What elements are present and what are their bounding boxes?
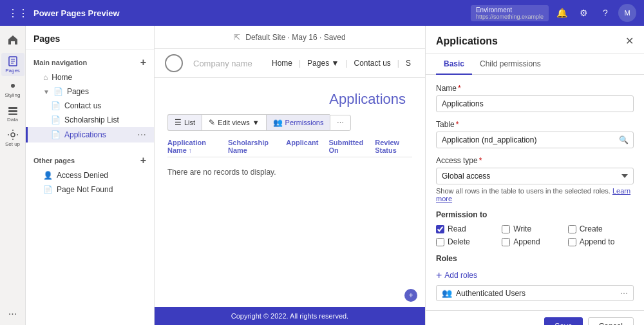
applications-nav-icon: 📄 (51, 130, 61, 139)
panel-body: Name* Table* 🔍 Access type* (426, 75, 644, 310)
other-pages-section: Other pages + 👤 Access Denied 📄 Page Not… (26, 148, 154, 202)
more-icon[interactable]: ··· (8, 308, 17, 320)
name-input[interactable] (436, 95, 634, 112)
other-pages-header: Other pages + (26, 153, 154, 168)
permission-write[interactable]: Write (502, 224, 567, 233)
permission-read[interactable]: Read (436, 224, 502, 233)
add-other-page-button[interactable]: + (140, 155, 146, 166)
content-area: ⇱ Default Site · May 16 · Saved Company … (155, 26, 425, 325)
site-nav-home[interactable]: Home (268, 57, 296, 69)
applications-more-button[interactable]: ⋯ (137, 130, 146, 140)
permission-append-to[interactable]: Append to (568, 237, 634, 246)
edit-views-label: Edit views (218, 119, 250, 126)
permissions-button[interactable]: 👥 Permissions (266, 114, 330, 131)
nav-item-applications[interactable]: 📄 Applications ⋯ (26, 127, 154, 143)
role-icon: 👥 (442, 288, 452, 298)
edit-views-icon: ✎ (209, 118, 215, 127)
main-nav-header: Main navigation + (26, 55, 154, 70)
tab-basic[interactable]: Basic (436, 54, 472, 75)
learn-more-link[interactable]: Learn more (436, 187, 630, 202)
site-nav-s[interactable]: S (402, 57, 415, 69)
role-label: Authenticated Users (456, 289, 526, 298)
site-nav-pages[interactable]: Pages ▼ (303, 57, 343, 69)
home-nav-icon: ⌂ (43, 73, 48, 82)
styling-icon-label: Styling (5, 92, 20, 98)
nav-item-home-label: Home (52, 73, 72, 82)
site-page-title: Applications (155, 78, 425, 114)
nav-item-contact[interactable]: 📄 Contact us (26, 99, 154, 113)
panel-header: Applications ✕ (426, 26, 644, 54)
site-nav-links: Home | Pages ▼ | Contact us | S (268, 57, 415, 69)
settings-icon[interactable]: ⚙ (574, 4, 592, 22)
grid-icon[interactable]: ⋮⋮ (8, 7, 28, 19)
roles-label: Roles (436, 254, 634, 263)
access-type-required: * (479, 156, 482, 165)
setup-icon-label: Set up (5, 141, 20, 147)
panel-close-button[interactable]: ✕ (625, 35, 634, 47)
icon-bar-pages[interactable]: Pages (1, 53, 24, 76)
nav-item-pages[interactable]: ▼ 📄 Pages (26, 84, 154, 99)
tab-child-permissions[interactable]: Child permissions (472, 54, 549, 75)
nav-item-contact-label: Contact us (64, 101, 101, 110)
app-title: Power Pages Preview (33, 8, 466, 18)
nav-item-home[interactable]: ⌂ Home (26, 70, 154, 84)
access-type-label: Access type* (436, 156, 634, 165)
permission-to-label: Permission to (436, 210, 634, 219)
cancel-button[interactable]: Cancel (588, 317, 634, 325)
read-checkbox[interactable] (436, 225, 444, 233)
write-checkbox[interactable] (502, 225, 510, 233)
sep1: | (299, 59, 301, 68)
table-required: * (456, 120, 459, 129)
col-submitted-on[interactable]: Submitted On (328, 139, 365, 154)
edit-views-button[interactable]: ✎ Edit views ▼ (202, 114, 265, 131)
permission-delete[interactable]: Delete (436, 237, 502, 246)
nav-item-scholarship-label: Scholarship List (64, 115, 119, 124)
more-toolbar-button[interactable]: ⋯ (330, 115, 351, 131)
no-records-text: There are no records to display. (167, 162, 412, 182)
site-footer: Copyright © 2022. All rights reserved. (155, 307, 425, 325)
permission-append[interactable]: Append (502, 237, 567, 246)
col-application-name[interactable]: Application Name (167, 139, 218, 154)
col-scholarship-name[interactable]: Scholarship Name (228, 139, 276, 154)
help-icon[interactable]: ? (596, 4, 614, 22)
resize-icon: ⇱ (234, 33, 240, 42)
svg-rect-5 (8, 107, 17, 109)
list-label: List (184, 119, 195, 126)
icon-bar-data[interactable]: Data (1, 102, 24, 125)
permission-create[interactable]: Create (568, 224, 634, 233)
delete-checkbox[interactable] (436, 238, 444, 246)
icon-bar-styling[interactable]: Styling (1, 77, 24, 101)
col-review-status[interactable]: Review Status (375, 139, 412, 154)
col-applicant[interactable]: Applicant (286, 139, 318, 154)
append-to-checkbox[interactable] (568, 238, 576, 246)
bell-icon[interactable]: 🔔 (553, 4, 571, 22)
list-button[interactable]: ☰ List (167, 114, 202, 131)
site-nav-contact[interactable]: Contact us (350, 57, 394, 69)
icon-bar-setup[interactable]: Set up (1, 126, 24, 150)
more-toolbar-icon: ⋯ (337, 119, 344, 127)
nav-item-scholarship[interactable]: 📄 Scholarship List (26, 113, 154, 127)
add-roles-button[interactable]: + Add roles (436, 270, 634, 281)
contact-nav-icon: 📄 (51, 101, 61, 110)
icon-bar-home[interactable] (1, 28, 24, 52)
nav-item-page-not-found[interactable]: 📄 Page Not Found (26, 182, 154, 197)
pages-chevron-icon: ▼ (43, 88, 50, 95)
add-main-nav-button[interactable]: + (140, 57, 146, 68)
save-button[interactable]: Save (544, 317, 582, 325)
access-type-select[interactable]: Global access Account-scoped Self (436, 168, 634, 184)
append-checkbox[interactable] (502, 238, 510, 246)
role-more-button[interactable]: ⋯ (620, 289, 628, 298)
permission-to-section: Permission to Read Write Create (436, 210, 634, 246)
top-bar-right: Environment https://something.example 🔔 … (471, 4, 636, 22)
main-nav-label: Main navigation (33, 59, 87, 66)
create-checkbox[interactable] (568, 225, 576, 233)
scroll-to-top-button[interactable]: + (404, 289, 417, 302)
nav-item-pages-label: Pages (67, 87, 89, 96)
table-input[interactable] (436, 132, 634, 148)
avatar[interactable]: M (618, 4, 636, 22)
company-name: Company name (193, 59, 252, 68)
nav-item-access-denied[interactable]: 👤 Access Denied (26, 168, 154, 182)
name-field: Name* (436, 84, 634, 112)
panel-tabs: Basic Child permissions (426, 54, 644, 75)
site-nav-bar: Company name Home | Pages ▼ | Contact us… (155, 49, 425, 78)
